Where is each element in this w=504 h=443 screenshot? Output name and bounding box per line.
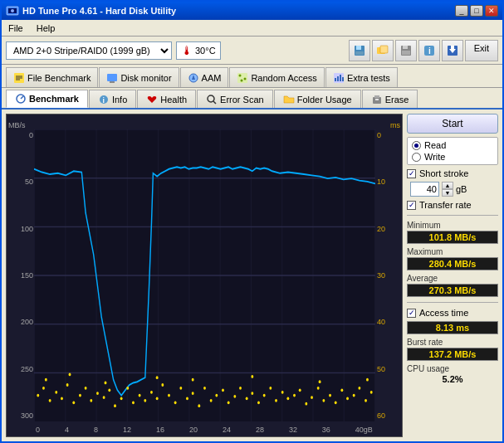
svg-point-27 [241,79,243,81]
read-write-group: Read Write [407,137,498,165]
tab-disk-monitor[interactable]: Disk monitor [99,67,179,87]
tab-benchmark[interactable]: Benchmark [6,90,88,108]
minimum-label: Minimum [407,221,498,230]
svg-rect-40 [374,95,379,98]
title-bar: HD Tune Pro 4.61 - Hard Disk Utility _ □… [2,2,502,20]
cpu-stat: CPU usage 5.2% [407,364,498,384]
write-radio-dot [412,153,421,162]
toolbar: AMD 2+0 Stripe/RAID0 (1999 gB) 🌡 30°C i … [2,37,502,65]
svg-point-89 [275,399,277,402]
app-icon [6,4,19,17]
save-icon[interactable] [349,40,370,61]
menu-file[interactable]: File [6,22,26,34]
read-radio[interactable]: Read [412,140,493,150]
tab-error-scan[interactable]: Error Scan [197,90,273,108]
svg-point-75 [192,392,194,395]
gb-spinbox-row: ▲ ▼ gB [410,182,498,197]
right-panel: Start Read Write ✓ Short stroke ▲ [407,114,498,437]
svg-rect-4 [356,46,361,50]
start-button[interactable]: Start [407,114,498,134]
folder-usage-icon [283,94,295,105]
svg-point-82 [233,395,236,398]
temperature-display: 🌡 30°C [176,41,221,60]
info2-icon[interactable]: i [418,40,440,61]
floppy-icon[interactable] [395,40,417,61]
svg-point-96 [317,387,320,390]
svg-point-107 [69,373,71,377]
divider-2 [407,302,498,303]
short-stroke-row[interactable]: ✓ Short stroke [407,168,498,178]
y-axis-left: 300 250 200 150 100 50 0 [8,131,33,420]
svg-point-105 [370,391,373,394]
svg-point-91 [286,397,289,400]
benchmark-icon [15,93,27,105]
title-bar-left: HD Tune Pro 4.61 - Hard Disk Utility [6,4,176,17]
svg-point-78 [210,399,213,402]
tab-random-access[interactable]: Random Access [229,67,324,87]
chart-area: MB/s ms 300 250 200 150 100 50 0 60 50 4… [6,114,403,437]
svg-point-86 [257,401,260,404]
download-icon[interactable] [442,40,463,61]
burst-rate-value: 137.2 MB/s [407,348,498,361]
svg-point-51 [49,399,51,402]
svg-point-102 [353,394,355,397]
svg-line-38 [213,101,216,104]
tabs-top: File Benchmark Disk monitor AAM Random A… [2,65,502,88]
minimize-button[interactable]: _ [455,5,468,17]
drive-selector[interactable]: AMD 2+0 Stripe/RAID0 (1999 gB) [6,41,172,60]
tab-file-benchmark[interactable]: File Benchmark [6,67,98,87]
aam-icon [188,72,199,84]
close-button[interactable]: ✕ [485,5,498,17]
svg-point-57 [85,387,87,390]
gb-spinbox[interactable] [410,182,439,197]
write-radio[interactable]: Write [412,152,493,162]
svg-point-53 [61,397,63,400]
svg-point-54 [66,383,69,387]
spin-down-button[interactable]: ▼ [442,189,453,197]
access-time-row[interactable]: ✓ Access time [407,308,498,318]
svg-point-110 [192,378,194,382]
tab-info[interactable]: i Info [89,90,136,108]
svg-point-93 [299,388,301,392]
maximize-button[interactable]: □ [470,5,483,17]
svg-rect-21 [110,81,115,83]
tab-aam[interactable]: AAM [180,67,229,87]
svg-point-50 [42,387,45,390]
tab-erase[interactable]: Erase [362,90,418,108]
access-time-label: Access time [419,308,468,318]
tab-extra-tests[interactable]: Extra tests [325,67,398,87]
svg-point-73 [179,387,182,390]
svg-point-83 [239,387,242,390]
svg-point-62 [114,404,116,407]
exit-button[interactable]: Exit [465,40,498,61]
open-icon[interactable] [372,40,394,61]
svg-point-106 [45,378,47,382]
svg-point-94 [305,402,307,406]
svg-point-108 [105,382,107,385]
menu-help[interactable]: Help [34,22,58,34]
tab-folder-usage[interactable]: Folder Usage [274,90,361,108]
svg-rect-39 [373,97,381,104]
transfer-rate-row[interactable]: ✓ Transfer rate [407,200,498,210]
window-title: HD Tune Pro 4.61 - Hard Disk Utility [22,6,176,16]
svg-rect-20 [107,74,117,81]
svg-rect-10 [402,51,410,55]
access-time-stat: 8.13 ms [407,321,498,334]
short-stroke-checkbox: ✓ [407,169,416,178]
svg-point-98 [329,394,331,397]
transfer-rate-checkbox: ✓ [407,201,416,210]
svg-point-99 [335,401,337,404]
menu-bar: File Help [2,20,502,37]
minimum-stat: Minimum 101.8 MB/s [407,221,498,244]
svg-point-61 [108,388,110,392]
svg-point-25 [239,74,242,76]
svg-text:i: i [428,46,431,56]
svg-point-68 [150,391,153,394]
tab-health[interactable]: Health [137,90,196,108]
main-window: HD Tune Pro 4.61 - Hard Disk Utility _ □… [0,0,504,443]
spin-up-button[interactable]: ▲ [442,182,453,189]
svg-point-85 [251,392,253,395]
svg-point-103 [358,387,360,390]
average-label: Average [407,274,498,283]
svg-rect-9 [403,46,408,49]
